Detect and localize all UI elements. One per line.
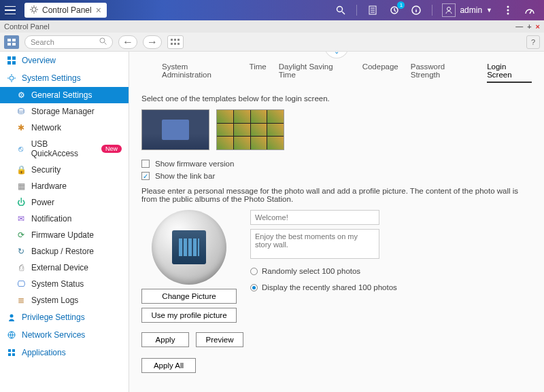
usb-icon: ⎋ [16,144,26,154]
user-name: admin [460,5,482,15]
sidebar-item-general-settings[interactable]: ⚙General Settings [0,87,129,103]
sidebar-item-hardware[interactable]: ▦Hardware [0,178,129,194]
sidebar-item-label: Security [31,165,61,175]
svg-point-5 [447,7,451,11]
svg-rect-21 [12,56,16,60]
apply-all-button[interactable]: Apply All [141,358,196,373]
sidebar-cat-applications[interactable]: Applications [0,344,129,361]
login-template-photowall[interactable] [216,109,284,150]
checkbox-show-linkbar[interactable]: ✓ [141,172,150,180]
tab-system-administration[interactable]: System Administration [162,63,237,83]
info-icon[interactable] [410,4,422,16]
radio-random-photos[interactable] [250,268,258,275]
sidebar-item-power[interactable]: ⏻Power [0,194,129,211]
gear-icon [7,73,16,83]
more-icon[interactable] [502,4,514,16]
tab-daylight-saving-time[interactable]: Daylight Saving Time [279,63,350,83]
backup-icon: ↻ [16,247,26,256]
search-input[interactable]: Search [24,35,113,49]
radio-recent-photos[interactable] [250,284,258,291]
tab-login-screen[interactable]: Login Screen [487,63,532,83]
sidebar-item-label: Firmware Update [31,230,94,240]
back-button[interactable]: ← [118,35,137,49]
tab-password-strength[interactable]: Password Strength [411,63,475,83]
caret-down-icon: ▼ [486,7,492,14]
grid-view-button[interactable] [4,35,19,49]
svg-rect-30 [12,353,15,356]
help-button[interactable]: ? [526,35,540,49]
sidebar-cat-privilege-settings[interactable]: Privilege Settings [0,308,129,326]
tab-codepage[interactable]: Codepage [362,63,398,83]
change-picture-button[interactable]: Change Picture [141,289,237,304]
close-button[interactable]: × [536,22,540,31]
tab-time[interactable]: Time [250,63,267,83]
svg-rect-11 [7,43,11,46]
svg-point-8 [507,13,509,15]
search-icon[interactable] [335,4,347,16]
svg-rect-28 [12,349,15,352]
maximize-button[interactable]: + [527,22,531,31]
minimize-button[interactable]: — [515,22,523,31]
sidebar-cat-overview[interactable]: Overview [0,52,129,69]
message-description: Please enter a personal message for the … [141,187,532,203]
window-header: Control Panel — + × [0,20,544,33]
template-description: Select one of the templates below for th… [141,94,532,103]
svg-point-1 [337,7,343,12]
checkbox-label: Show the link bar [155,172,215,180]
chevron-down-icon: ⌄ [334,52,339,55]
sidebar-item-label: Notification [31,214,71,224]
use-my-profile-picture-button[interactable]: Use my profile picture [141,308,237,323]
app-tab[interactable]: Control Panel × [24,3,107,18]
radio-label: Randomly select 100 photos [262,267,360,275]
checkbox-show-firmware[interactable] [141,160,150,168]
gear-icon [30,5,38,16]
new-badge: New [101,145,122,153]
tab-close[interactable]: × [96,5,101,16]
search-placeholder: Search [31,38,54,46]
sidebar-item-label: Storage Manager [31,107,95,116]
welcome-input[interactable] [250,210,379,225]
dashboard-icon[interactable] [524,4,536,16]
sidebar-item-storage-manager[interactable]: ⛁Storage Manager [0,103,129,120]
sidebar-item-label: Hardware [31,181,67,191]
sidebar-item-firmware-update[interactable]: ⟳Firmware Update [0,227,129,243]
svg-point-0 [32,7,36,12]
sidebar: Overview System Settings ⚙General Settin… [0,52,129,392]
sidebar-item-backup-restore[interactable]: ↻Backup / Restore [0,243,129,260]
svg-rect-15 [174,39,176,41]
gear-icon: ⚙ [16,90,26,100]
sidebar-item-system-logs[interactable]: ≣System Logs [0,292,129,308]
sidebar-item-external-device[interactable]: ⎙External Device [0,260,129,276]
svg-rect-29 [8,353,11,356]
sidebar-item-usb-quickaccess[interactable]: ⎋USB QuickAccessNew [0,136,129,162]
monitor-icon: 🖵 [16,279,26,289]
notifications-icon[interactable]: 1 [388,4,401,16]
svg-rect-17 [171,43,173,45]
user-icon [7,313,16,322]
sidebar-item-system-status[interactable]: 🖵System Status [0,276,129,292]
user-menu[interactable]: admin ▼ [442,3,492,17]
svg-rect-10 [12,39,16,41]
svg-point-25 [10,315,14,318]
sidebar-cat-network-services[interactable]: Network Services [0,326,129,344]
sidebar-item-notification[interactable]: ✉Notification [0,211,129,227]
sidebar-item-security[interactable]: 🔒Security [0,162,129,178]
svg-point-13 [100,38,105,43]
apply-button[interactable]: Apply [141,332,189,347]
icon-view-button[interactable] [167,35,184,49]
login-template-classic[interactable] [141,109,209,150]
hamburger-menu[interactable] [0,0,20,20]
forward-button[interactable]: → [143,35,162,49]
profile-picture [152,210,226,285]
story-textarea[interactable] [250,229,379,259]
sidebar-cat-system-settings[interactable]: System Settings [0,69,129,87]
window-title: Control Panel [4,22,50,31]
tasks-icon[interactable] [367,4,379,16]
svg-rect-12 [12,43,16,46]
sidebar-label: Overview [22,56,56,65]
sidebar-item-network[interactable]: ✱Network [0,120,129,136]
topbar: Control Panel × 1 admin ▼ [0,0,544,20]
update-icon: ⟳ [16,230,26,240]
svg-rect-20 [7,56,11,60]
preview-button[interactable]: Preview [196,332,243,347]
